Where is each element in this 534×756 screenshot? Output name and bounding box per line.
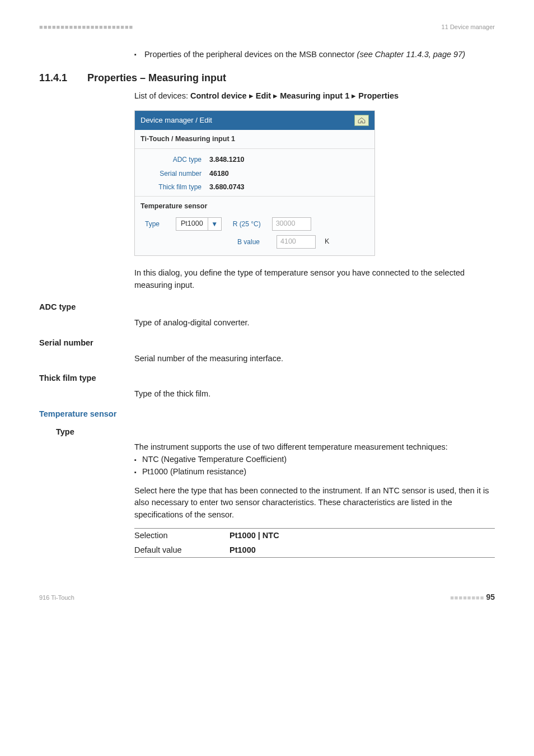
intro-bullet-list: Properties of the peripheral devices on … — [134, 49, 495, 61]
field-name: Thick film type — [39, 372, 495, 385]
info-row: Thick film type 3.680.0743 — [145, 182, 364, 193]
footer-dashes: ■■■■■■■■ — [450, 594, 484, 601]
home-icon — [358, 117, 366, 124]
serial-value: 46180 — [209, 169, 229, 179]
type-select[interactable]: Pt1000 ▼ — [176, 217, 222, 231]
type-select-value: Pt1000 — [176, 218, 208, 229]
type-field-desc: The instrument supports the use of two d… — [134, 441, 495, 454]
info-row: ADC type 3.848.1210 — [145, 155, 364, 165]
table-key: Selection — [134, 530, 229, 542]
table-key: Default value — [134, 544, 229, 557]
field-desc: Type of analog-digital converter. — [134, 317, 495, 329]
dialog-titlebar: Device manager / Edit — [135, 111, 374, 130]
section-title: 11.4.1 Properties – Measuring input — [39, 71, 495, 86]
path-seg-2: Measuring input 1 — [280, 91, 349, 100]
thickfilm-label: Thick film type — [145, 182, 209, 193]
path-prefix: List of devices: — [134, 91, 190, 100]
page-footer: 916 Ti-Touch ■■■■■■■■ 95 — [39, 591, 495, 603]
post-dialog-text: In this dialog, you define the type of t… — [134, 267, 495, 292]
list-item: NTC (Negative Temperature Coefficient) — [134, 454, 495, 466]
dialog-title-text: Device manager / Edit — [140, 115, 212, 126]
field-name: ADC type — [39, 301, 495, 314]
type-field: Type The instrument supports the use of … — [56, 426, 495, 558]
type-bullets: NTC (Negative Temperature Coefficient) P… — [134, 454, 495, 478]
field-desc: Type of the thick film. — [134, 388, 495, 400]
type-form-row: Type Pt1000 ▼ R (25 °C) 30000 — [145, 217, 364, 231]
info-row: Serial number 46180 — [145, 169, 364, 179]
footer-device: 916 Ti-Touch — [39, 593, 74, 603]
field-thickfilm: Thick film type Type of the thick film. — [39, 372, 495, 400]
r25-label: R (25 °C) — [233, 219, 266, 229]
intro-bullet-text: Properties of the peripheral devices on … — [144, 50, 357, 59]
path-seg-1: Edit — [256, 91, 271, 100]
field-serial: Serial number Serial number of the measu… — [39, 337, 495, 365]
r25-input[interactable]: 30000 — [272, 217, 311, 231]
table-val: Pt1000 | NTC — [229, 530, 495, 542]
table-row: Selection Pt1000 | NTC — [134, 529, 495, 543]
intro-bullet: Properties of the peripheral devices on … — [134, 49, 495, 61]
header-dashes: ■■■■■■■■■■■■■■■■■■■■■■ — [39, 22, 133, 32]
section-heading-text: Properties – Measuring input — [87, 71, 495, 86]
intro-bullet-ref: (see Chapter 11.4.3, page 97) — [357, 50, 465, 59]
path-seg-3: Properties — [358, 91, 399, 100]
bvalue-unit: K — [325, 236, 329, 247]
field-name: Serial number — [39, 337, 495, 349]
type-field-name: Type — [56, 426, 495, 438]
field-desc: Serial number of the measuring interface… — [134, 353, 495, 365]
bvalue-form-row: B value 4100 K — [145, 235, 364, 249]
bvalue-label: B value — [237, 237, 271, 247]
home-button[interactable] — [354, 115, 369, 126]
field-adc-type: ADC type Type of analog-digital converte… — [39, 301, 495, 329]
dialog-screenshot: Device manager / Edit Ti-Touch / Measuri… — [134, 110, 375, 256]
list-item: Pt1000 (Platinum resistance) — [134, 466, 495, 478]
table-val: Pt1000 — [229, 544, 495, 557]
dialog-subtitle: Ti-Touch / Measuring input 1 — [135, 130, 374, 149]
menu-path: List of devices: Control device ▸ Edit ▸… — [134, 90, 495, 102]
thickfilm-value: 3.680.0743 — [209, 182, 245, 193]
chevron-down-icon: ▼ — [208, 217, 221, 231]
temperature-sensor-heading: Temperature sensor — [39, 408, 495, 421]
bvalue-input[interactable]: 4100 — [277, 235, 316, 249]
type-paragraph: Select here the type that has been conne… — [134, 485, 495, 521]
section-number: 11.4.1 — [39, 71, 87, 86]
page-number: 95 — [486, 592, 495, 601]
adc-type-value: 3.848.1210 — [209, 155, 245, 165]
page-header: ■■■■■■■■■■■■■■■■■■■■■■ 11 Device manager — [39, 22, 495, 32]
header-chapter: 11 Device manager — [442, 22, 495, 32]
table-row: Default value Pt1000 — [134, 543, 495, 558]
type-label: Type — [145, 219, 170, 229]
temp-group-header: Temperature sensor — [135, 196, 374, 214]
serial-label: Serial number — [145, 169, 209, 179]
adc-type-label: ADC type — [145, 155, 209, 165]
path-seg-0: Control device — [190, 91, 247, 100]
type-table: Selection Pt1000 | NTC Default value Pt1… — [134, 528, 495, 558]
